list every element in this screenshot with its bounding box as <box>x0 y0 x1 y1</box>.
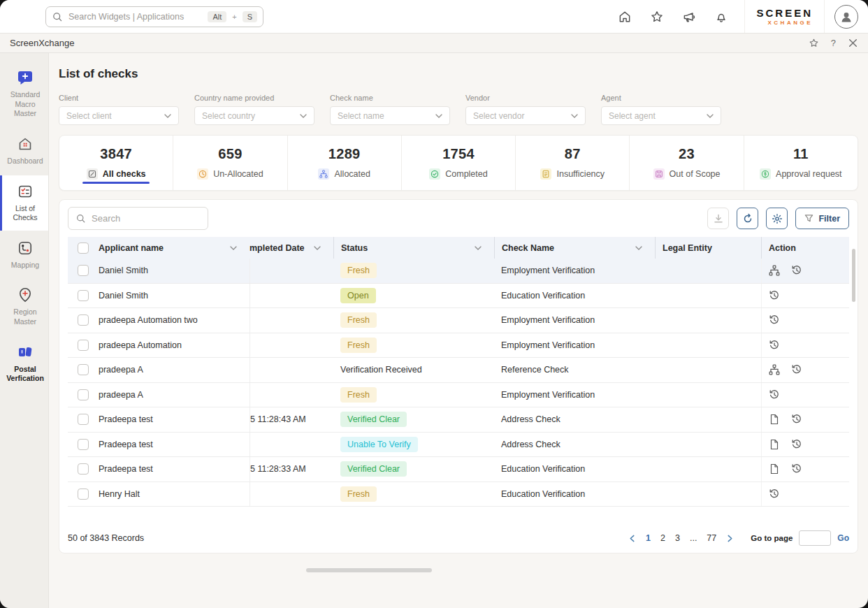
help-icon[interactable]: ? <box>831 38 836 48</box>
history-icon[interactable] <box>769 290 780 301</box>
table-row[interactable]: pradeepa Automation twoFreshEmployment V… <box>68 308 849 333</box>
chevron-down-icon <box>300 114 307 118</box>
status-cell: Verification Received <box>333 358 494 382</box>
prev-page-icon[interactable] <box>628 535 636 542</box>
history-icon[interactable] <box>769 340 780 351</box>
column-header-mpleted-date[interactable]: mpleted Date <box>249 237 333 259</box>
go-button[interactable]: Go <box>837 533 849 543</box>
goto-page-input[interactable] <box>799 530 831 546</box>
row-checkbox[interactable] <box>78 488 89 500</box>
row-checkbox[interactable] <box>78 439 89 450</box>
history-icon[interactable] <box>769 488 780 500</box>
history-icon[interactable] <box>791 439 802 450</box>
settings-button[interactable] <box>766 208 788 229</box>
bell-icon[interactable] <box>714 10 728 24</box>
filter-select-vendor[interactable]: Select vendor <box>465 106 586 125</box>
action-cell <box>761 457 849 482</box>
stat-label: All checks <box>103 169 146 179</box>
row-checkbox[interactable] <box>78 364 89 375</box>
row-checkbox[interactable] <box>78 265 89 276</box>
doc-icon[interactable] <box>769 463 780 475</box>
tree-icon[interactable] <box>769 364 780 375</box>
table-row[interactable]: Pradeepa test5 11:28:43 AMVerified Clear… <box>68 407 849 433</box>
stat-tab-all-checks[interactable]: 3847All checks <box>59 136 173 190</box>
topbar-right: SCREEN XCHANGE <box>609 0 868 33</box>
row-checkbox[interactable] <box>78 414 89 425</box>
star-icon[interactable] <box>650 10 664 24</box>
stat-tab-out-of-scope[interactable]: 23Out of Scope <box>630 136 744 190</box>
horizontal-scrollbar[interactable] <box>306 568 432 572</box>
sidebar-item-mapping[interactable]: Mapping <box>0 232 48 278</box>
completed-date-cell: 5 11:28:33 AM <box>249 457 333 482</box>
table-row[interactable]: pradeepa AVerification ReceivedReference… <box>68 358 849 383</box>
legal-entity-cell <box>655 358 761 382</box>
vertical-scrollbar[interactable] <box>852 249 855 302</box>
history-icon[interactable] <box>791 364 802 375</box>
table-row[interactable]: Daniel SmithOpenEducation Verification <box>68 284 849 309</box>
column-header-check-name[interactable]: Check Name <box>494 237 655 259</box>
table-search-input[interactable] <box>92 213 201 224</box>
row-checkbox[interactable] <box>78 340 89 351</box>
table-row[interactable]: Henry HaltFreshEducation Verification <box>68 482 849 507</box>
page-ellipsis: ... <box>690 533 697 543</box>
history-icon[interactable] <box>791 265 802 276</box>
completed-date-cell <box>249 383 333 407</box>
user-avatar[interactable] <box>834 5 858 29</box>
row-checkbox[interactable] <box>78 314 89 326</box>
filter-select-client[interactable]: Select client <box>59 106 179 125</box>
column-header-status[interactable]: Status <box>333 237 494 259</box>
table-row[interactable]: pradeepa AutomationFreshEmployment Verif… <box>68 333 849 359</box>
filter-agent: AgentSelect agent <box>601 94 721 125</box>
stat-value: 3847 <box>100 146 132 162</box>
sidebar-item-postal-verfication[interactable]: Postal Verfication <box>0 336 48 391</box>
close-icon[interactable] <box>848 38 858 48</box>
page-number-2[interactable]: 2 <box>660 533 665 543</box>
table-row[interactable]: Pradeepa test5 11:28:33 AMVerified Clear… <box>68 457 849 482</box>
history-icon[interactable] <box>791 414 802 425</box>
sidebar-item-standard-macro-master[interactable]: Standard Macro Master <box>0 61 48 126</box>
stat-tab-un-allocated[interactable]: 659Un-Allocated <box>173 136 287 190</box>
column-header-applicant-name[interactable]: Applicant name <box>99 237 249 259</box>
filter-select-agent[interactable]: Select agent <box>601 106 721 125</box>
check-name-cell: Employment Verification <box>494 308 655 333</box>
stat-tab-approval-request[interactable]: 11Approval request <box>744 136 858 190</box>
sidebar-item-dashboard[interactable]: Dashboard <box>0 128 48 174</box>
stat-tab-completed[interactable]: 1754Completed <box>402 136 516 190</box>
megaphone-icon[interactable] <box>682 10 696 24</box>
insufficiency-icon <box>540 168 551 180</box>
table-search <box>68 207 208 230</box>
filter-select-country-name-provided[interactable]: Select country <box>194 106 314 125</box>
table-row[interactable]: pradeepa AFreshEmployment Verification <box>68 383 849 408</box>
status-badge: Verified Clear <box>340 461 407 477</box>
check-name-cell: Address Check <box>494 407 655 432</box>
history-icon[interactable] <box>791 463 802 475</box>
next-page-icon[interactable] <box>726 535 734 542</box>
doc-icon[interactable] <box>769 439 780 450</box>
row-checkbox[interactable] <box>78 389 89 400</box>
row-checkbox[interactable] <box>78 290 89 301</box>
home-icon[interactable] <box>618 10 632 24</box>
page-number-1[interactable]: 1 <box>646 533 651 543</box>
sidebar-item-list-of-checks[interactable]: List of Checks <box>0 175 48 231</box>
page-number-3[interactable]: 3 <box>675 533 680 543</box>
select-all-checkbox[interactable] <box>78 243 89 254</box>
legal-entity-cell <box>655 407 761 432</box>
doc-icon[interactable] <box>769 414 780 425</box>
history-icon[interactable] <box>769 389 780 400</box>
stat-tab-allocated[interactable]: 1289Allocated <box>288 136 402 190</box>
page-number-77[interactable]: 77 <box>707 533 716 543</box>
global-search-input[interactable]: Search Widgets | Applications Alt + S <box>45 6 263 27</box>
table-row[interactable]: Pradeepa testUnable To VerifyAddress Che… <box>68 433 849 458</box>
filter-select-check-name[interactable]: Select name <box>330 106 450 125</box>
filter-button[interactable]: Filter <box>795 208 849 229</box>
refresh-button[interactable] <box>737 208 758 229</box>
tree-icon[interactable] <box>769 265 780 276</box>
sidebar-item-region-master[interactable]: Region Master <box>0 279 48 334</box>
favorite-star-icon[interactable] <box>809 38 819 48</box>
all-checks-icon <box>87 168 98 180</box>
stat-tab-insufficiency[interactable]: 87Insufficiency <box>516 136 630 190</box>
history-icon[interactable] <box>769 314 780 326</box>
macro-chat-icon <box>17 69 34 86</box>
row-checkbox[interactable] <box>78 463 89 475</box>
table-row[interactable]: Daniel SmithFreshEmployment Verification <box>68 259 849 284</box>
